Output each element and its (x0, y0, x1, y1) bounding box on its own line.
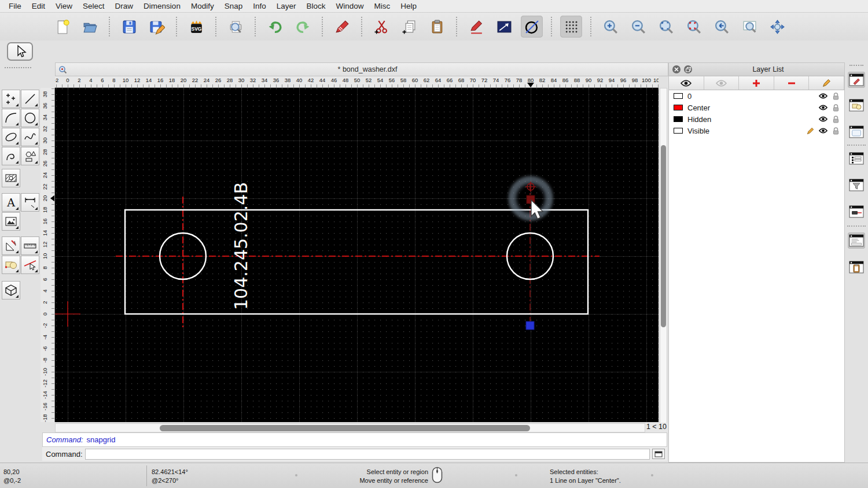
zoom-previous-button[interactable] (711, 16, 733, 38)
image-tool-button[interactable] (2, 212, 20, 231)
layer-color-swatch[interactable] (674, 93, 683, 99)
document-tabbar[interactable]: * bond_washer.dxf (55, 62, 668, 76)
menu-modify[interactable]: Modify (186, 2, 219, 10)
float-panel-button[interactable] (684, 65, 692, 73)
command-input[interactable] (85, 449, 650, 460)
attributes-button[interactable] (493, 16, 515, 38)
save-button[interactable] (118, 16, 140, 38)
layer-color-swatch[interactable] (674, 116, 683, 122)
toolbar-handle[interactable] (5, 67, 31, 68)
polyline-tool-button[interactable] (2, 147, 20, 165)
layer-color-swatch[interactable] (674, 128, 683, 134)
dock-pen-wizard-toggle[interactable] (848, 204, 865, 220)
menu-select[interactable]: Select (78, 2, 110, 10)
export-svg-button[interactable]: SVG (185, 16, 207, 38)
spline-tool-button[interactable] (21, 128, 39, 146)
text-tool-button[interactable]: A (2, 193, 20, 212)
dock-command-line-toggle[interactable] (848, 232, 865, 249)
measure-tool-button[interactable] (21, 236, 39, 255)
paste-button[interactable] (426, 16, 448, 38)
zoom-selected-button[interactable] (683, 16, 705, 38)
select-tool-button[interactable] (7, 42, 33, 61)
add-layer-button[interactable] (739, 76, 774, 90)
circle-tool-button[interactable] (21, 109, 39, 127)
layer-lock-icon[interactable] (833, 93, 839, 100)
arc-tool-button[interactable] (2, 109, 20, 127)
drawing-annotation-text[interactable]: 104.245.02.4B (231, 182, 251, 310)
solid-3d-tool-button[interactable] (2, 281, 20, 300)
layer-visibility-icon[interactable] (819, 93, 827, 99)
layer-row-0[interactable]: 0 (669, 90, 844, 102)
layer-lock-icon[interactable] (833, 116, 839, 123)
show-all-layers-button[interactable] (669, 76, 704, 90)
ellipse-tool-button[interactable] (2, 128, 20, 146)
menu-block[interactable]: Block (301, 2, 331, 10)
zoom-window-button[interactable] (738, 16, 760, 38)
zoom-pan-button[interactable] (766, 16, 788, 38)
zoom-in-button[interactable] (599, 16, 621, 38)
layer-row-center[interactable]: Center (669, 102, 844, 113)
dock-layer-list-toggle[interactable] (848, 150, 865, 167)
close-panel-button[interactable] (672, 65, 681, 73)
dock-handle[interactable] (849, 65, 863, 66)
menu-info[interactable]: Info (248, 2, 271, 10)
redo-button[interactable] (292, 16, 314, 38)
delete-button[interactable] (331, 16, 353, 38)
vertical-scrollbar[interactable] (660, 88, 667, 423)
layer-visibility-icon[interactable] (819, 128, 827, 134)
dock-pen-palette-toggle[interactable] (848, 72, 865, 88)
horizontal-scrollbar-thumb[interactable] (160, 425, 530, 431)
circle-line-button[interactable] (521, 16, 543, 38)
zoom-auto-button[interactable] (655, 16, 677, 38)
drawing-canvas[interactable]: 104.245.02.4B (55, 88, 659, 422)
cut-button[interactable] (370, 16, 392, 38)
selection-handle[interactable] (526, 321, 534, 330)
dock-library-browser-toggle[interactable] (848, 124, 865, 140)
layer-row-hidden[interactable]: Hidden (669, 113, 844, 125)
edit-layer-button[interactable] (809, 76, 844, 90)
save-as-button[interactable] (146, 16, 168, 38)
statusbar-splitter[interactable] (295, 474, 297, 476)
open-file-button[interactable] (79, 16, 101, 38)
hatch-tool-button[interactable] (2, 169, 20, 187)
select-entity-tool-button[interactable] (21, 256, 39, 274)
dimension-tool-button[interactable] (21, 193, 39, 212)
layer-visibility-icon[interactable] (819, 105, 827, 110)
modify-tool-button[interactable] (2, 236, 20, 255)
dock-clipboard-toggle[interactable] (848, 259, 865, 275)
menu-view[interactable]: View (50, 2, 78, 10)
layer-row-visible[interactable]: Visible (669, 125, 844, 136)
hide-all-layers-button[interactable] (704, 76, 740, 90)
menu-window[interactable]: Window (331, 2, 369, 10)
copy-button[interactable] (398, 16, 420, 38)
menu-draw[interactable]: Draw (110, 2, 139, 10)
statusbar-splitter[interactable] (651, 474, 653, 476)
points-tool-button[interactable] (2, 90, 20, 108)
dock-layer-filter-toggle[interactable] (848, 177, 865, 193)
snap-grid-button[interactable] (560, 16, 582, 38)
layer-color-swatch[interactable] (674, 105, 683, 110)
vertical-scrollbar-thumb[interactable] (661, 145, 666, 327)
command-detach-button[interactable] (652, 449, 665, 459)
line-tool-button[interactable] (21, 90, 39, 108)
shapes-tool-button[interactable] (21, 147, 39, 165)
menu-file[interactable]: File (3, 2, 27, 10)
menu-edit[interactable]: Edit (27, 2, 50, 10)
menu-help[interactable]: Help (395, 2, 422, 10)
block-tool-button[interactable] (2, 256, 20, 274)
new-file-button[interactable] (51, 16, 73, 38)
horizontal-scrollbar[interactable] (55, 423, 645, 432)
zoom-out-button[interactable] (627, 16, 649, 38)
menu-misc[interactable]: Misc (369, 2, 396, 10)
layer-lock-icon[interactable] (833, 104, 839, 112)
menu-snap[interactable]: Snap (219, 2, 248, 10)
undo-button[interactable] (264, 16, 286, 38)
layer-visibility-icon[interactable] (819, 116, 827, 122)
remove-layer-button[interactable] (774, 76, 810, 90)
print-preview-button[interactable] (225, 16, 247, 38)
menu-dimension[interactable]: Dimension (138, 2, 186, 10)
layer-lock-icon[interactable] (833, 127, 839, 135)
dock-block-list-toggle[interactable] (848, 97, 865, 113)
menu-layer[interactable]: Layer (271, 2, 301, 10)
draw-pen-button[interactable] (465, 16, 487, 38)
